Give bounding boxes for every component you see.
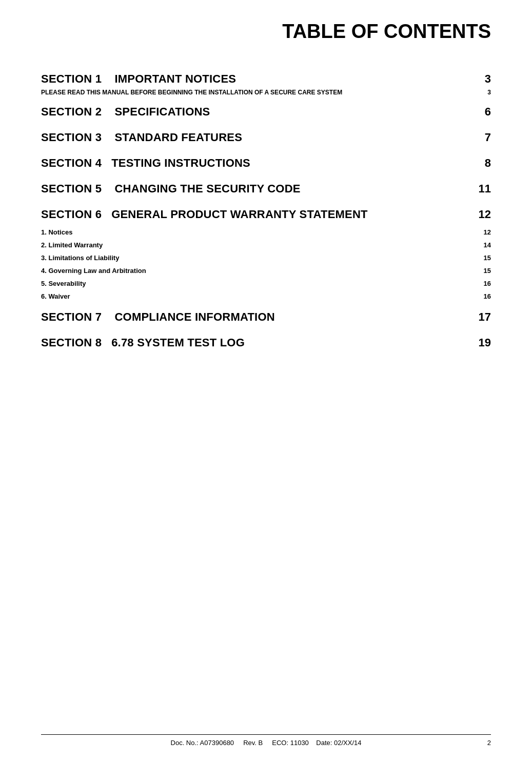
section4-label-title: SECTION 4 TESTING INSTRUCTIONS — [41, 157, 250, 170]
section1-subtitle-page: 3 — [487, 89, 491, 96]
section6-page: 12 — [479, 208, 491, 221]
section6-sub3: 3. Limitations of Liability 15 — [41, 250, 491, 263]
section7-page: 17 — [479, 310, 491, 324]
section6-sub6: 6. Waiver 16 — [41, 288, 491, 301]
section2-page: 6 — [485, 105, 491, 119]
section6-label-title: SECTION 6 GENERAL PRODUCT WARRANTY STATE… — [41, 208, 368, 221]
section3-page: 7 — [485, 131, 491, 144]
section8-page: 19 — [479, 336, 491, 349]
toc-section-3: SECTION 3 STANDARD FEATURES 7 — [41, 122, 491, 147]
section1-page: 3 — [485, 72, 491, 86]
section5-label-title: SECTION 5 CHANGING THE SECURITY CODE — [41, 182, 301, 196]
section6-sub1: 1. Notices 12 — [41, 224, 491, 237]
toc-section-8: SECTION 8 6.78 SYSTEM TEST LOG 19 — [41, 327, 491, 353]
toc-section-5: SECTION 5 CHANGING THE SECURITY CODE 11 — [41, 173, 491, 199]
section6-sub5: 5. Severability 16 — [41, 276, 491, 288]
toc-section-1: SECTION 1 IMPORTANT NOTICES 3 PLEASE REA… — [41, 63, 491, 96]
section2-label-title: SECTION 2 SPECIFICATIONS — [41, 105, 210, 119]
section6-sub2: 2. Limited Warranty 14 — [41, 237, 491, 250]
section6-sub4: 4. Governing Law and Arbitration 15 — [41, 263, 491, 276]
section7-label-title: SECTION 7 COMPLIANCE INFORMATION — [41, 310, 275, 324]
page-title: TABLE OF CONTENTS — [41, 21, 491, 43]
toc-section-7: SECTION 7 COMPLIANCE INFORMATION 17 — [41, 301, 491, 327]
section5-page: 11 — [479, 182, 491, 196]
toc-section-4: SECTION 4 TESTING INSTRUCTIONS 8 — [41, 147, 491, 173]
footer-text: Doc. No.: A07390680 Rev. B ECO: 11030 Da… — [171, 739, 362, 747]
toc-section-6: SECTION 6 GENERAL PRODUCT WARRANTY STATE… — [41, 199, 491, 301]
section3-label-title: SECTION 3 STANDARD FEATURES — [41, 131, 242, 144]
page: TABLE OF CONTENTS SECTION 1 IMPORTANT NO… — [0, 0, 532, 762]
section8-label-title: SECTION 8 6.78 SYSTEM TEST LOG — [41, 336, 245, 349]
footer: Doc. No.: A07390680 Rev. B ECO: 11030 Da… — [41, 734, 491, 747]
toc-section-2: SECTION 2 SPECIFICATIONS 6 — [41, 96, 491, 122]
section1-subtitle: PLEASE READ THIS MANUAL BEFORE BEGINNING… — [41, 89, 342, 96]
footer-page-number: 2 — [487, 739, 491, 747]
section1-label-title: SECTION 1 IMPORTANT NOTICES — [41, 72, 236, 86]
section4-page: 8 — [485, 157, 491, 170]
